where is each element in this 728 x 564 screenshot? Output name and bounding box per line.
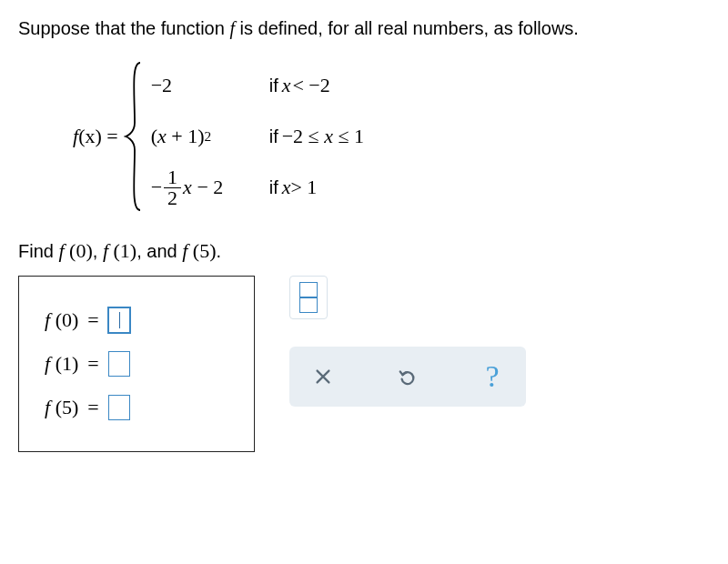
piecewise-cond-3: if x > 1 (269, 176, 318, 199)
cond3-if: if (269, 177, 278, 198)
piecewise-cases: −2 if x < −2 (x + 1)2 if −2 ≤ x ≤ 1 − 1 … (151, 60, 364, 213)
intro-suffix: is defined, for all real numbers, as fol… (235, 18, 579, 38)
ans2-f: f (45, 396, 50, 418)
fraction-tool-button[interactable] (289, 276, 328, 319)
answer-input-f5[interactable] (108, 395, 130, 420)
expr3-num: 1 (164, 167, 181, 188)
answer-row-f5: f (5) = (45, 395, 228, 420)
help-toolbar: ? (289, 347, 526, 407)
answer-row-f1: f (1) = (45, 351, 228, 377)
expr3-neg: − (151, 176, 162, 199)
cond2-if: if (269, 126, 278, 147)
cond1-if: if (269, 76, 278, 96)
clear-button[interactable] (309, 363, 337, 390)
answer-area: f (0) = f (1) = f (5) = (18, 276, 710, 452)
piecewise-expr-3: − 1 2 x − 2 (151, 167, 269, 208)
intro-prefix: Suppose that the function (18, 18, 229, 38)
ans0-arg: (0) (56, 308, 79, 331)
ans1-arg: (1) (56, 352, 79, 375)
ans0-f: f (45, 308, 50, 331)
ans0-eq: = (87, 308, 98, 332)
answer-input-f0[interactable] (108, 307, 130, 333)
answer-box: f (0) = f (1) = f (5) = (18, 276, 255, 452)
piecewise-expr-2: (x + 1)2 (151, 125, 269, 148)
undo-button[interactable] (394, 363, 421, 390)
help-button[interactable]: ? (479, 363, 506, 390)
expr1-text: −2 (151, 74, 172, 97)
answer-row-f0: f (0) = (45, 307, 228, 333)
find-sep1: , (93, 241, 103, 261)
find-and: , and (136, 241, 182, 261)
piecewise-row-1: −2 if x < −2 (151, 60, 364, 111)
piecewise-cond-1: if x < −2 (269, 74, 330, 97)
fraction-tool-num-icon (299, 282, 318, 297)
piecewise-cond-2: if −2 ≤ x ≤ 1 (269, 125, 364, 148)
undo-icon (398, 367, 418, 387)
ans2-arg: (5) (56, 396, 79, 418)
close-icon (313, 367, 333, 387)
piecewise-expr-1: −2 (151, 74, 269, 97)
find-period: . (216, 241, 221, 261)
intro-text: Suppose that the function f is defined, … (18, 18, 710, 39)
fraction-tool-den-icon (299, 298, 318, 313)
piecewise-row-2: (x + 1)2 if −2 ≤ x ≤ 1 (151, 111, 364, 162)
ans2-eq: = (87, 396, 98, 419)
ans1-f: f (45, 352, 50, 375)
lhs-paren: (x) = (78, 125, 118, 147)
ans1-eq: = (87, 352, 98, 376)
find-prefix: Find (18, 241, 58, 261)
expr2-sup: 2 (205, 128, 212, 145)
piecewise-definition: f(x) = −2 if x < −2 (x + 1)2 if −2 ≤ x ≤… (73, 59, 710, 214)
left-brace-icon (124, 59, 144, 214)
piecewise-row-3: − 1 2 x − 2 if x > 1 (151, 162, 364, 213)
tool-column: ? (289, 276, 562, 407)
answer-input-f1[interactable] (108, 351, 130, 377)
find-instruction: Find f (0), f (1), and f (5). (18, 239, 710, 263)
expr3-frac: 1 2 (164, 167, 181, 208)
piecewise-lhs: f(x) = (73, 125, 118, 148)
expr3-den: 2 (164, 188, 181, 208)
